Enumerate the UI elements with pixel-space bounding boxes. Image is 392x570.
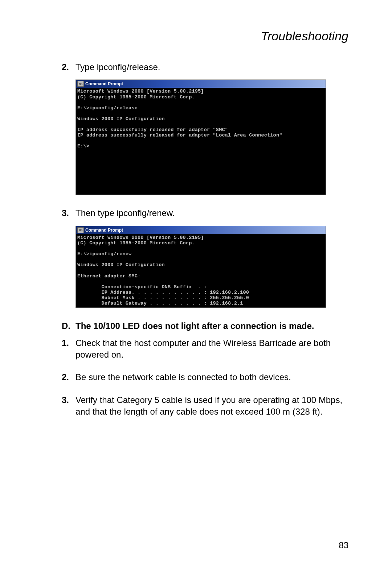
- section-d-step-1: 1. Check that the host computer and the …: [62, 337, 352, 361]
- page-number: 83: [339, 540, 348, 550]
- system-menu-icon: C:\: [77, 81, 84, 87]
- section-title: The 10/100 LED does not light after a co…: [75, 320, 352, 332]
- terminal-output: Microsoft Windows 2000 [Version 5.00.219…: [76, 88, 326, 195]
- step-text: Type ipconfig/release.: [75, 61, 352, 73]
- section-d-step-3: 3. Verify that Category 5 cable is used …: [62, 394, 352, 418]
- step-text: Verify that Category 5 cable is used if …: [75, 394, 352, 418]
- step-number: 3.: [62, 394, 75, 418]
- command-prompt-window: C:\ Command Prompt Microsoft Windows 200…: [75, 80, 326, 195]
- section-letter: D.: [62, 320, 75, 332]
- window-titlebar: C:\ Command Prompt: [76, 226, 326, 234]
- step-number: 2.: [62, 61, 75, 73]
- window-title: Command Prompt: [85, 228, 123, 233]
- manual-page: Troubleshooting 2. Type ipconfig/release…: [0, 0, 392, 570]
- page-header: Troubleshooting: [62, 29, 348, 43]
- system-menu-icon: C:\: [77, 227, 84, 233]
- step-number: 1.: [62, 337, 75, 361]
- command-prompt-window: C:\ Command Prompt Microsoft Windows 200…: [75, 226, 326, 308]
- step-number: 3.: [62, 207, 75, 219]
- step-text: Be sure the network cable is connected t…: [75, 371, 352, 383]
- window-title: Command Prompt: [85, 81, 123, 86]
- window-titlebar: C:\ Command Prompt: [76, 80, 326, 88]
- section-d-heading: D. The 10/100 LED does not light after a…: [62, 320, 352, 332]
- step-text: Check that the host computer and the Wir…: [75, 337, 352, 361]
- step-number: 2.: [62, 371, 75, 383]
- step-text: Then type ipconfig/renew.: [75, 207, 352, 219]
- step-2: 2. Type ipconfig/release.: [62, 61, 352, 73]
- terminal-output: Microsoft Windows 2000 [Version 5.00.219…: [76, 234, 326, 308]
- section-d-step-2: 2. Be sure the network cable is connecte…: [62, 371, 352, 383]
- step-3: 3. Then type ipconfig/renew.: [62, 207, 352, 219]
